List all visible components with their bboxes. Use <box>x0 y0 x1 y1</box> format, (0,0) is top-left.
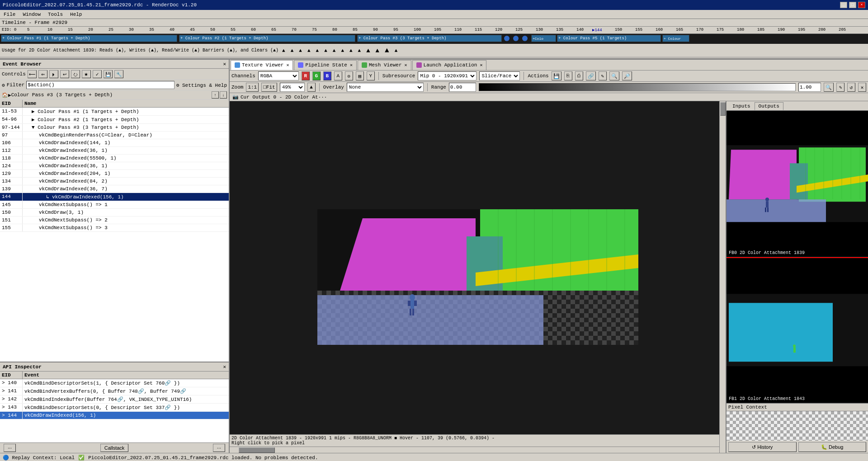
range-max-input[interactable] <box>798 83 821 92</box>
ctrl-btn-1[interactable]: ⟵ <box>28 70 37 78</box>
timeline-passes[interactable]: + Colour Pass #1 (1 Targets + Depth) + C… <box>0 34 868 44</box>
close-button[interactable]: × <box>858 2 865 8</box>
action-link-btn[interactable]: 🔗 <box>586 71 596 80</box>
pass-block-3[interactable]: + Colour Pass #3 (3 Targets + Depth) <box>357 35 502 42</box>
range-min-input[interactable] <box>449 83 476 92</box>
ctrl-btn-9[interactable]: 🔧 <box>114 70 123 78</box>
api-row[interactable]: > 140 vkCmdBindDescriptorSets(1, { Descr… <box>0 379 229 387</box>
range-zoom-btn[interactable]: 🔍 <box>824 83 834 92</box>
zoom-1to1-btn[interactable]: 1:1 <box>246 83 259 92</box>
channel-g-btn[interactable]: G <box>312 71 321 80</box>
channel-y-btn[interactable]: Y <box>367 71 375 80</box>
ctrl-btn-5[interactable]: ⭮ <box>71 70 80 78</box>
pass-block-4[interactable]: +Colo <box>531 35 556 42</box>
action-save-btn[interactable]: 💾 <box>552 71 561 80</box>
event-row[interactable]: 118 vkCmdDrawIndexed(55500, 1) <box>0 155 229 162</box>
range-reset-btn[interactable]: ↺ <box>847 83 855 92</box>
nav-btn-up[interactable]: ↑ <box>212 91 219 99</box>
event-row[interactable]: 97-144 ▼ Colour Pass #3 (3 Targets + Dep… <box>0 124 229 132</box>
event-row-selected[interactable]: 144 ↳ vkCmdDrawIndexed(156, 1) <box>0 193 229 201</box>
tab-launch-application-close[interactable]: ✕ <box>480 62 482 68</box>
channel-a-btn[interactable]: A <box>334 71 342 80</box>
pass-block-2[interactable]: + Colour Pass #2 (1 Targets + Depth) <box>179 35 355 42</box>
event-row[interactable]: 151 vkCmdNextSubpass() => 2 <box>0 216 229 224</box>
minimize-button[interactable]: _ <box>840 2 847 8</box>
nav-btn-down[interactable]: ↓ <box>220 91 227 99</box>
ctrl-btn-3[interactable]: ⏵ <box>49 70 58 78</box>
event-row[interactable]: 54-96 ▶ Colour Pass #2 (1 Targets + Dept… <box>0 116 229 124</box>
ctrl-btn-4[interactable]: ↩ <box>60 70 69 78</box>
event-row[interactable]: 106 vkCmdDrawIndexed(144, 1) <box>0 139 229 147</box>
pass-block-1[interactable]: + Colour Pass #1 (1 Targets + Depth) <box>1 35 177 42</box>
texture-display[interactable]: 2D Color Attachment 1839 - 1920x991 1 mi… <box>230 101 726 453</box>
event-row[interactable]: 112 vkCmdDrawIndexed(36, 1) <box>0 147 229 155</box>
channel-r-btn[interactable]: R <box>302 71 310 80</box>
channel-b-btn[interactable]: B <box>323 71 331 80</box>
action-copy-btn[interactable]: ⎘ <box>564 71 572 80</box>
fb-item-1[interactable]: FB1 2D Color Attachment 1843 <box>726 257 868 404</box>
tab-pipeline-state[interactable]: Pipeline State ✕ <box>294 60 356 70</box>
scrollbar-vertical[interactable] <box>719 101 726 453</box>
tab-texture-viewer[interactable]: Texture Viewer ✕ <box>231 60 293 70</box>
pass-block-6[interactable]: + Colour <box>662 35 689 42</box>
event-row[interactable]: 124 vkCmdDrawIndexed(36, 1) <box>0 162 229 170</box>
ctrl-btn-2[interactable]: ⇐ <box>38 70 47 78</box>
range-close-btn[interactable]: ✕ <box>858 83 866 92</box>
tab-pipeline-state-close[interactable]: ✕ <box>350 62 353 68</box>
ctrl-btn-7[interactable]: ✓ <box>93 70 102 78</box>
tab-texture-viewer-close[interactable]: ✕ <box>286 62 289 68</box>
ctrl-btn-8[interactable]: 💾 <box>104 70 113 78</box>
scrollbar-thumb[interactable] <box>720 102 726 116</box>
api-row-selected[interactable]: > 144 vkCmdDrawIndexed(156, 1) <box>0 412 229 419</box>
channel-circle-btn[interactable]: ⊙ <box>345 71 353 80</box>
action-edit-btn[interactable]: ✎ <box>599 71 607 80</box>
menu-window[interactable]: Window <box>21 12 42 17</box>
callstack-btn[interactable]: Callstack <box>100 444 129 452</box>
action-zoom-out-btn[interactable]: 🔎 <box>622 71 632 80</box>
tab-launch-application[interactable]: Launch Application ✕ <box>412 60 487 70</box>
mip-select[interactable]: Mip 0 - 1920x991 <box>418 71 476 80</box>
api-row[interactable]: > 141 vkCmdBindVertexBuffers(0, { Buffer… <box>0 387 229 395</box>
event-browser-close[interactable]: ✕ <box>223 61 226 67</box>
zoom-fit-btn[interactable]: □Fit <box>261 83 277 92</box>
tab-outputs[interactable]: Outputs <box>755 102 783 110</box>
event-row[interactable]: 150 vkCmdDraw(3, 1) <box>0 209 229 216</box>
range-slider[interactable] <box>479 83 796 91</box>
filter-input[interactable] <box>26 81 175 89</box>
range-edit-btn[interactable]: ✎ <box>836 83 844 92</box>
maximize-button[interactable]: □ <box>849 2 856 8</box>
tab-mesh-viewer-close[interactable]: ✕ <box>405 62 407 68</box>
bottom-btn-dots-right[interactable]: ··· <box>213 444 225 452</box>
debug-button[interactable]: 🐛 Debug <box>798 442 867 452</box>
overlay-select[interactable]: None Drawcall Wireframe <box>347 83 424 92</box>
ctrl-btn-6[interactable]: ★ <box>82 70 91 78</box>
api-inspector-close[interactable]: ✕ <box>223 364 226 370</box>
pass-block-5[interactable]: + Colour Pass #5 (1 Targets) <box>557 35 661 42</box>
event-row[interactable]: 97 vkCmdBeginRenderPass(C=Clear, D=Clear… <box>0 132 229 139</box>
api-row[interactable]: > 143 vkCmdBindDescriptorSets(0, { Descr… <box>0 404 229 412</box>
event-row[interactable]: 129 vkCmdDrawIndexed(204, 1) <box>0 170 229 178</box>
event-row[interactable]: 145 vkCmdNextSubpass() => 1 <box>0 201 229 209</box>
event-row[interactable]: 139 vkCmdDrawIndexed(36, 7) <box>0 185 229 193</box>
action-zoom-in-btn[interactable]: 🔍 <box>609 71 619 80</box>
bottom-btn-dots-left[interactable]: ··· <box>4 444 16 452</box>
channels-select[interactable]: RGBA <box>258 71 299 80</box>
window-controls[interactable]: _ □ × <box>840 2 865 8</box>
menu-help[interactable]: Help <box>68 12 84 17</box>
scrollbar-h-thumb[interactable] <box>239 447 275 453</box>
settings-help-link[interactable]: ⚙ Settings & Help <box>176 82 227 88</box>
tab-inputs[interactable]: Inputs <box>728 102 755 110</box>
event-row[interactable]: 155 vkCmdNextSubpass() => 3 <box>0 224 229 232</box>
history-button[interactable]: ↺ History <box>728 442 797 452</box>
menu-tools[interactable]: Tools <box>46 12 65 17</box>
event-row[interactable]: 11-53 ▶ Colour Pass #1 (1 Targets + Dept… <box>0 108 229 116</box>
slice-select[interactable]: Slice/Face <box>479 71 520 80</box>
tab-mesh-viewer[interactable]: Mesh Viewer ✕ <box>358 60 411 70</box>
zoom-up-btn[interactable]: ▲ <box>307 83 316 92</box>
scrollbar-horizontal[interactable] <box>230 447 719 453</box>
channel-grid-btn[interactable]: ▤ <box>356 71 364 80</box>
event-row[interactable]: 134 vkCmdDrawIndexed(84, 2) <box>0 178 229 185</box>
api-row[interactable]: > 142 vkCmdBindIndexBuffer(Buffer 764🔗, … <box>0 395 229 404</box>
zoom-percent-select[interactable]: 49% 25% 50% 100% <box>280 83 305 92</box>
action-print-btn[interactable]: ⎙ <box>575 71 583 80</box>
